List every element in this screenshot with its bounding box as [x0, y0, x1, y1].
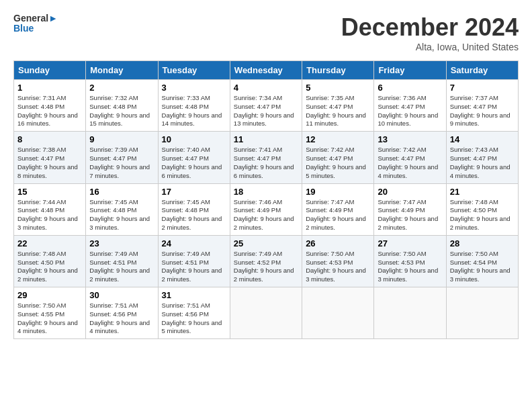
table-row: 1 Sunrise: 7:31 AM Sunset: 4:48 PM Dayli… — [14, 80, 86, 132]
day-info: Sunrise: 7:33 AM Sunset: 4:48 PM Dayligh… — [162, 94, 226, 128]
table-row: 18 Sunrise: 7:46 AM Sunset: 4:49 PM Dayl… — [230, 183, 302, 235]
day-number: 8 — [17, 134, 82, 144]
day-number: 16 — [89, 187, 154, 197]
calendar-subtitle: Alta, Iowa, United States — [341, 42, 519, 52]
day-number: 5 — [306, 83, 370, 93]
table-row: 30 Sunrise: 7:51 AM Sunset: 4:56 PM Dayl… — [86, 287, 158, 339]
day-info: Sunrise: 7:45 AM Sunset: 4:48 PM Dayligh… — [162, 198, 226, 232]
day-number: 15 — [17, 187, 82, 197]
day-info: Sunrise: 7:46 AM Sunset: 4:49 PM Dayligh… — [234, 198, 298, 232]
col-friday: Friday — [374, 61, 446, 80]
day-info: Sunrise: 7:51 AM Sunset: 4:56 PM Dayligh… — [162, 302, 226, 336]
table-row: 6 Sunrise: 7:36 AM Sunset: 4:47 PM Dayli… — [374, 80, 446, 132]
day-info: Sunrise: 7:47 AM Sunset: 4:49 PM Dayligh… — [378, 198, 442, 232]
calendar-row: 15 Sunrise: 7:44 AM Sunset: 4:48 PM Dayl… — [14, 183, 519, 235]
day-number: 17 — [162, 187, 226, 197]
table-row: 3 Sunrise: 7:33 AM Sunset: 4:48 PM Dayli… — [158, 80, 230, 132]
table-row: 7 Sunrise: 7:37 AM Sunset: 4:47 PM Dayli… — [446, 80, 518, 132]
table-row: 15 Sunrise: 7:44 AM Sunset: 4:48 PM Dayl… — [14, 183, 86, 235]
table-row: 11 Sunrise: 7:41 AM Sunset: 4:47 PM Dayl… — [230, 132, 302, 183]
day-number: 7 — [450, 83, 515, 93]
day-info: Sunrise: 7:47 AM Sunset: 4:49 PM Dayligh… — [306, 198, 370, 232]
day-number: 14 — [450, 134, 515, 144]
table-row: 2 Sunrise: 7:32 AM Sunset: 4:48 PM Dayli… — [86, 80, 158, 132]
table-row: 4 Sunrise: 7:34 AM Sunset: 4:47 PM Dayli… — [230, 80, 302, 132]
day-info: Sunrise: 7:39 AM Sunset: 4:47 PM Dayligh… — [89, 146, 154, 180]
col-tuesday: Tuesday — [158, 61, 230, 80]
header-row: Sunday Monday Tuesday Wednesday Thursday… — [14, 61, 519, 80]
day-info: Sunrise: 7:50 AM Sunset: 4:53 PM Dayligh… — [306, 250, 370, 284]
calendar-row: 8 Sunrise: 7:38 AM Sunset: 4:47 PM Dayli… — [14, 132, 519, 183]
table-row: 21 Sunrise: 7:48 AM Sunset: 4:50 PM Dayl… — [446, 183, 518, 235]
day-number: 11 — [234, 134, 298, 144]
day-number: 29 — [17, 290, 82, 300]
calendar-body: 1 Sunrise: 7:31 AM Sunset: 4:48 PM Dayli… — [14, 80, 519, 339]
table-row: 17 Sunrise: 7:45 AM Sunset: 4:48 PM Dayl… — [158, 183, 230, 235]
calendar-row: 1 Sunrise: 7:31 AM Sunset: 4:48 PM Dayli… — [14, 80, 519, 132]
table-row: 23 Sunrise: 7:49 AM Sunset: 4:51 PM Dayl… — [86, 235, 158, 287]
title-area: December 2024 Alta, Iowa, United States — [341, 13, 519, 52]
calendar-row: 29 Sunrise: 7:50 AM Sunset: 4:55 PM Dayl… — [14, 287, 519, 339]
table-row — [446, 287, 518, 339]
day-info: Sunrise: 7:34 AM Sunset: 4:47 PM Dayligh… — [234, 94, 298, 128]
day-info: Sunrise: 7:50 AM Sunset: 4:54 PM Dayligh… — [450, 250, 515, 284]
day-info: Sunrise: 7:49 AM Sunset: 4:51 PM Dayligh… — [162, 250, 226, 284]
day-number: 18 — [234, 187, 298, 197]
day-number: 20 — [378, 187, 442, 197]
day-info: Sunrise: 7:31 AM Sunset: 4:48 PM Dayligh… — [17, 94, 82, 128]
day-info: Sunrise: 7:38 AM Sunset: 4:47 PM Dayligh… — [17, 146, 82, 180]
table-row: 10 Sunrise: 7:40 AM Sunset: 4:47 PM Dayl… — [158, 132, 230, 183]
day-number: 28 — [450, 238, 515, 248]
calendar-table: Sunday Monday Tuesday Wednesday Thursday… — [13, 60, 519, 339]
table-row: 31 Sunrise: 7:51 AM Sunset: 4:56 PM Dayl… — [158, 287, 230, 339]
day-number: 9 — [89, 134, 154, 144]
table-row: 24 Sunrise: 7:49 AM Sunset: 4:51 PM Dayl… — [158, 235, 230, 287]
table-row: 19 Sunrise: 7:47 AM Sunset: 4:49 PM Dayl… — [302, 183, 374, 235]
day-number: 2 — [89, 83, 154, 93]
logo: General► Blue — [13, 13, 58, 34]
day-info: Sunrise: 7:42 AM Sunset: 4:47 PM Dayligh… — [378, 146, 442, 180]
day-number: 26 — [306, 238, 370, 248]
calendar-title: December 2024 — [341, 13, 519, 42]
day-info: Sunrise: 7:43 AM Sunset: 4:47 PM Dayligh… — [450, 146, 515, 180]
day-number: 10 — [162, 134, 226, 144]
day-number: 22 — [17, 238, 82, 248]
table-row — [230, 287, 302, 339]
day-info: Sunrise: 7:44 AM Sunset: 4:48 PM Dayligh… — [17, 198, 82, 232]
day-number: 24 — [162, 238, 226, 248]
table-row: 28 Sunrise: 7:50 AM Sunset: 4:54 PM Dayl… — [446, 235, 518, 287]
col-sunday: Sunday — [14, 61, 86, 80]
day-info: Sunrise: 7:48 AM Sunset: 4:50 PM Dayligh… — [450, 198, 515, 232]
table-row: 29 Sunrise: 7:50 AM Sunset: 4:55 PM Dayl… — [14, 287, 86, 339]
day-number: 30 — [89, 290, 154, 300]
table-row: 16 Sunrise: 7:45 AM Sunset: 4:48 PM Dayl… — [86, 183, 158, 235]
table-row: 26 Sunrise: 7:50 AM Sunset: 4:53 PM Dayl… — [302, 235, 374, 287]
table-row: 8 Sunrise: 7:38 AM Sunset: 4:47 PM Dayli… — [14, 132, 86, 183]
col-monday: Monday — [86, 61, 158, 80]
table-row — [302, 287, 374, 339]
day-info: Sunrise: 7:45 AM Sunset: 4:48 PM Dayligh… — [89, 198, 154, 232]
day-info: Sunrise: 7:50 AM Sunset: 4:53 PM Dayligh… — [378, 250, 442, 284]
table-row: 14 Sunrise: 7:43 AM Sunset: 4:47 PM Dayl… — [446, 132, 518, 183]
day-info: Sunrise: 7:32 AM Sunset: 4:48 PM Dayligh… — [89, 94, 154, 128]
day-info: Sunrise: 7:40 AM Sunset: 4:47 PM Dayligh… — [162, 146, 226, 180]
col-thursday: Thursday — [302, 61, 374, 80]
table-row — [374, 287, 446, 339]
col-wednesday: Wednesday — [230, 61, 302, 80]
col-saturday: Saturday — [446, 61, 518, 80]
day-info: Sunrise: 7:36 AM Sunset: 4:47 PM Dayligh… — [378, 94, 442, 128]
day-info: Sunrise: 7:35 AM Sunset: 4:47 PM Dayligh… — [306, 94, 370, 128]
day-number: 13 — [378, 134, 442, 144]
day-info: Sunrise: 7:49 AM Sunset: 4:51 PM Dayligh… — [89, 250, 154, 284]
table-row: 20 Sunrise: 7:47 AM Sunset: 4:49 PM Dayl… — [374, 183, 446, 235]
table-row: 13 Sunrise: 7:42 AM Sunset: 4:47 PM Dayl… — [374, 132, 446, 183]
day-number: 25 — [234, 238, 298, 248]
day-number: 4 — [234, 83, 298, 93]
day-number: 12 — [306, 134, 370, 144]
day-number: 23 — [89, 238, 154, 248]
day-info: Sunrise: 7:50 AM Sunset: 4:55 PM Dayligh… — [17, 302, 82, 336]
header: General► Blue December 2024 Alta, Iowa, … — [13, 13, 519, 52]
day-number: 21 — [450, 187, 515, 197]
table-row: 25 Sunrise: 7:49 AM Sunset: 4:52 PM Dayl… — [230, 235, 302, 287]
day-info: Sunrise: 7:42 AM Sunset: 4:47 PM Dayligh… — [306, 146, 370, 180]
